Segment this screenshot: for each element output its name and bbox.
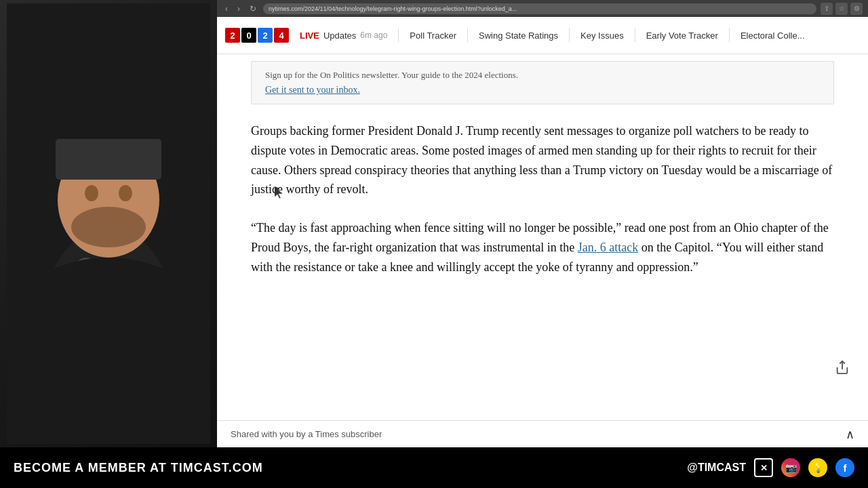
jan6-link[interactable]: Jan. 6 attack xyxy=(578,241,638,254)
video-background xyxy=(0,0,217,447)
timcast-url[interactable]: TIMCAST.COM xyxy=(171,461,263,474)
video-panel xyxy=(0,0,217,447)
time-ago: 6m ago xyxy=(360,30,387,40)
nav-divider xyxy=(398,28,399,42)
nyt-navbar: 2 0 2 4 LIVE Updates 6m ago Poll Tracker… xyxy=(217,17,868,54)
chevron-up-icon[interactable]: ∧ xyxy=(846,427,854,442)
nav-key-issues[interactable]: Key Issues xyxy=(574,30,631,41)
nav-divider-3 xyxy=(569,28,570,42)
live-label: LIVE xyxy=(300,30,319,41)
newsletter-banner: Sign up for the On Politics newsletter. … xyxy=(251,61,834,104)
nyt-2024-logo[interactable]: 2 0 2 4 xyxy=(225,28,289,43)
extensions-btn[interactable]: ⚙ xyxy=(850,3,863,15)
article-body: Groups backing former President Donald J… xyxy=(217,111,868,306)
social-icons-section: @TIMCAST ✕ 📷 💡 f xyxy=(687,458,854,477)
forward-button[interactable]: › xyxy=(235,3,243,15)
svg-rect-6 xyxy=(56,139,161,180)
newsletter-text: Sign up for the On Politics newsletter. … xyxy=(265,70,820,81)
facebook-icon[interactable]: f xyxy=(835,458,854,477)
shared-text: Shared with you by a Times subscriber xyxy=(231,429,382,439)
become-member-text: BECOME A MEMBER AT TIMCAST.COM xyxy=(14,461,263,475)
live-badge: LIVE Updates 6m ago xyxy=(300,30,387,41)
nav-poll-tracker[interactable]: Poll Tracker xyxy=(403,30,463,41)
svg-point-8 xyxy=(119,185,132,201)
logo-digit-0: 0 xyxy=(241,28,256,43)
instagram-icon[interactable]: 📷 xyxy=(781,458,800,477)
newsletter-link[interactable]: Get it sent to your inbox. xyxy=(265,85,360,95)
logo-digit-2b: 2 xyxy=(258,28,273,43)
person-svg xyxy=(7,3,210,444)
share-button[interactable] xyxy=(830,355,854,380)
article-area: Sign up for the On Politics newsletter. … xyxy=(217,54,868,447)
bottom-bar: BECOME A MEMBER AT TIMCAST.COM @TIMCAST … xyxy=(0,447,868,488)
browser-actions: ⇪ ☆ ⚙ xyxy=(821,3,863,15)
article-paragraph-2: “The day is fast approaching when fence … xyxy=(251,218,834,277)
lightbulb-icon[interactable]: 💡 xyxy=(808,458,827,477)
share-browser-btn[interactable]: ⇪ xyxy=(821,3,833,15)
article-paragraph-1: Groups backing former President Donald J… xyxy=(251,121,834,199)
shared-footer: Shared with you by a Times subscriber ∧ xyxy=(217,420,868,447)
nav-divider-4 xyxy=(635,28,635,42)
logo-digit-4: 4 xyxy=(274,28,289,43)
browser-chrome: ‹ › ↻ nytimes.com/2024/11/04/technology/… xyxy=(217,0,868,17)
nav-electoral[interactable]: Electoral Colle... xyxy=(734,30,812,41)
become-member-section: BECOME A MEMBER AT TIMCAST.COM xyxy=(14,461,263,475)
nav-early-vote[interactable]: Early Vote Tracker xyxy=(639,30,725,41)
nav-swing-state[interactable]: Swing State Ratings xyxy=(472,30,565,41)
updates-label: Updates xyxy=(323,30,356,41)
logo-digit-2: 2 xyxy=(225,28,240,43)
nav-divider-2 xyxy=(467,28,468,42)
svg-point-7 xyxy=(85,185,98,201)
address-bar[interactable]: nytimes.com/2024/11/04/technology/telegr… xyxy=(263,3,816,14)
svg-point-9 xyxy=(71,207,146,247)
x-twitter-icon[interactable]: ✕ xyxy=(754,458,773,477)
back-button[interactable]: ‹ xyxy=(222,3,231,15)
timcast-handle: @TIMCAST xyxy=(687,462,746,474)
bookmark-btn[interactable]: ☆ xyxy=(835,3,848,15)
reload-button[interactable]: ↻ xyxy=(247,3,259,15)
nav-divider-5 xyxy=(729,28,730,42)
